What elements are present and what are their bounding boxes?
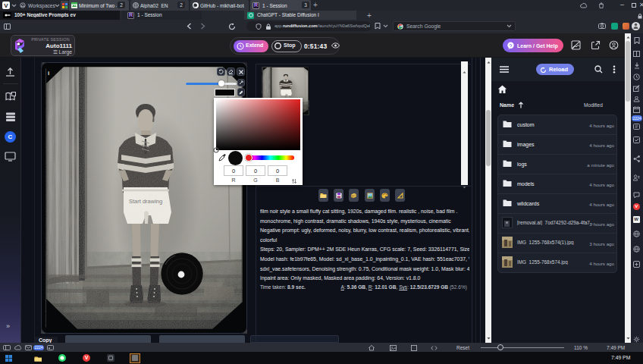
svg-text:i: i [48,70,49,77]
svg-text:Start drawing: Start drawing [129,198,162,205]
